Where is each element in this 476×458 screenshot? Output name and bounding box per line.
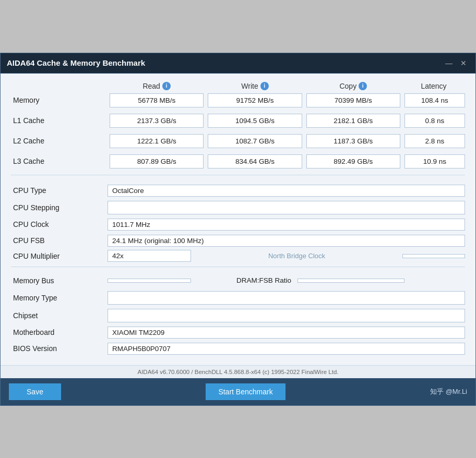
write-info-icon[interactable]: i: [260, 82, 269, 90]
cpu-fsb-label: CPU FSB: [11, 233, 108, 249]
row-label-0: Memory: [11, 96, 108, 104]
cpu-multiplier-label: CPU Multiplier: [11, 250, 108, 262]
memory-type-label: Memory Type: [11, 289, 108, 307]
close-button[interactable]: ✕: [458, 57, 469, 69]
bios-label: BIOS Version: [11, 341, 108, 357]
title-bar-left: AIDA64 Cache & Memory Benchmark: [7, 58, 145, 67]
table-row: L1 Cache 2137.3 GB/s 1094.5 GB/s 2182.1 …: [11, 114, 465, 128]
copy-value-3: 892.49 GB/s: [306, 154, 400, 168]
cpu-multiplier-value: 42x: [108, 250, 191, 262]
cpu-clock-value-container: 1011.7 MHz: [108, 216, 465, 233]
cpu-clock-value: 1011.7 MHz: [108, 219, 465, 231]
row-label-2: L2 Cache: [11, 137, 108, 145]
main-window: AIDA64 Cache & Memory Benchmark — ✕ Read…: [0, 53, 476, 406]
read-info-icon[interactable]: i: [162, 82, 171, 90]
title-bar: AIDA64 Cache & Memory Benchmark — ✕: [1, 53, 475, 74]
multiplier-nb-row: CPU Multiplier 42x North Bridge Clock: [11, 250, 465, 262]
latency-value-2: 2.8 ns: [404, 134, 465, 148]
cpu-stepping-label: CPU Stepping: [11, 199, 108, 216]
cpu-stepping-value: [108, 201, 465, 214]
window-title: AIDA64 Cache & Memory Benchmark: [7, 58, 145, 67]
memory-extra-section: Memory Type Chipset Motherboard XIAOMI T…: [11, 289, 465, 357]
footer-note: AIDA64 v6.70.6000 / BenchDLL 4.5.868.8-x…: [1, 365, 475, 378]
nb-clock-label: North Bridge Clock: [191, 252, 402, 260]
latency-value-0: 108.4 ns: [404, 93, 465, 107]
cpu-stepping-value-container: [108, 199, 465, 216]
read-value-3: 807.89 GB/s: [110, 154, 204, 168]
cpu-type-value: OctalCore: [108, 185, 465, 197]
minimize-button[interactable]: —: [443, 57, 455, 69]
copy-value-0: 70399 MB/s: [306, 93, 400, 107]
table-row: Memory 56778 MB/s 91752 MB/s 70399 MB/s …: [11, 93, 465, 107]
motherboard-label: Motherboard: [11, 324, 108, 341]
bios-value-container: RMAPH5B0P0707: [108, 341, 465, 357]
write-value-3: 834.64 GB/s: [208, 154, 302, 168]
read-header: Read i: [108, 82, 206, 90]
bottom-bar: Save Start Benchmark 知乎 @Mr.Li: [1, 378, 475, 405]
dram-ratio-value: [298, 279, 404, 283]
title-bar-controls: — ✕: [443, 57, 469, 69]
section-divider-1: [11, 175, 465, 175]
read-value-1: 2137.3 GB/s: [110, 114, 204, 128]
latency-value-3: 10.9 ns: [404, 154, 465, 168]
memory-type-value: [108, 291, 465, 305]
write-value-2: 1082.7 GB/s: [208, 134, 302, 148]
table-row: L3 Cache 807.89 GB/s 834.64 GB/s 892.49 …: [11, 154, 465, 168]
write-header: Write i: [206, 82, 304, 90]
table-row: L2 Cache 1222.1 GB/s 1082.7 GB/s 1187.3 …: [11, 134, 465, 148]
cpu-fsb-value: 24.1 MHz (original: 100 MHz): [108, 235, 465, 247]
chipset-label: Chipset: [11, 307, 108, 324]
main-content: Read i Write i Copy i Latency Memory 567…: [1, 74, 475, 365]
watermark: 知乎 @Mr.Li: [430, 387, 467, 396]
start-benchmark-button[interactable]: Start Benchmark: [206, 383, 285, 400]
column-headers: Read i Write i Copy i Latency: [11, 82, 465, 90]
section-divider-2: [11, 267, 465, 267]
benchmark-rows: Memory 56778 MB/s 91752 MB/s 70399 MB/s …: [11, 93, 465, 168]
write-value-1: 1094.5 GB/s: [208, 114, 302, 128]
row-label-1: L1 Cache: [11, 116, 108, 125]
copy-value-1: 2182.1 GB/s: [306, 114, 400, 128]
bios-value: RMAPH5B0P0707: [108, 343, 465, 355]
cpu-clock-label: CPU Clock: [11, 216, 108, 233]
latency-header: Latency: [402, 82, 465, 90]
chipset-value-container: [108, 307, 465, 324]
memory-bus-label: Memory Bus: [11, 274, 108, 287]
motherboard-value-container: XIAOMI TM2209: [108, 324, 465, 341]
memory-bus-value: [108, 279, 191, 283]
copy-header: Copy i: [304, 82, 402, 90]
bottom-left-buttons: Save: [9, 383, 61, 400]
cpu-type-value-container: OctalCore: [108, 183, 465, 199]
cpu-fsb-value-container: 24.1 MHz (original: 100 MHz): [108, 233, 465, 249]
row-label-3: L3 Cache: [11, 157, 108, 165]
memory-type-value-container: [108, 289, 465, 307]
save-button[interactable]: Save: [9, 383, 61, 400]
nb-clock-value: [402, 254, 465, 258]
latency-value-1: 0.8 ns: [404, 114, 465, 128]
read-value-2: 1222.1 GB/s: [110, 134, 204, 148]
copy-value-2: 1187.3 GB/s: [306, 134, 400, 148]
chipset-value: [108, 309, 465, 322]
motherboard-value: XIAOMI TM2209: [108, 327, 465, 339]
copy-info-icon[interactable]: i: [359, 82, 367, 90]
read-value-0: 56778 MB/s: [110, 93, 204, 107]
memory-bus-row: Memory Bus DRAM:FSB Ratio: [11, 274, 465, 287]
write-value-0: 91752 MB/s: [208, 93, 302, 107]
cpu-info-section: CPU Type OctalCore CPU Stepping CPU Cloc…: [11, 183, 465, 249]
dram-ratio-label: DRAM:FSB Ratio: [191, 276, 295, 284]
cpu-type-label: CPU Type: [11, 183, 108, 199]
